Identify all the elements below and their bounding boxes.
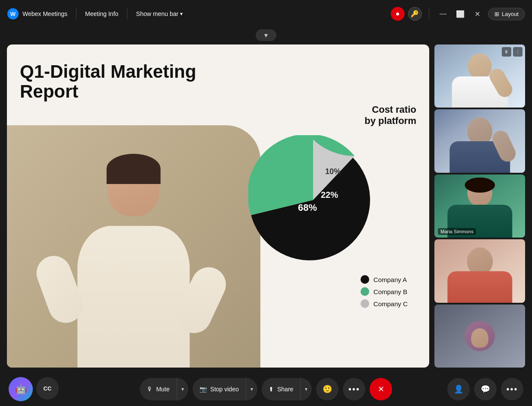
more-options-button[interactable]: ••• <box>343 378 365 400</box>
app-title: Webex Meetings <box>22 10 67 17</box>
topbar-left: W Webex Meetings Meeting Info Show menu … <box>7 8 183 20</box>
participants-button[interactable]: 👤 <box>447 378 470 400</box>
legend-item-company-b: Company B <box>361 287 408 296</box>
svg-text:W: W <box>10 11 16 17</box>
meeting-info-button[interactable]: Meeting Info <box>85 10 118 17</box>
participant-tile-3[interactable]: Maria Simmons <box>434 174 525 238</box>
chevron-down-icon: ▾ <box>180 11 183 17</box>
minimize-button[interactable]: — <box>436 7 450 21</box>
chart-legend: Company A Company B Company C <box>361 275 408 308</box>
tile-2-content <box>434 109 525 172</box>
mute-split-button: 🎙 Mute ▾ <box>140 378 188 400</box>
layout-button[interactable]: ⊞ Layout <box>488 8 525 20</box>
topbar-divider-2 <box>127 9 127 19</box>
end-call-button[interactable]: ✕ <box>370 378 392 400</box>
mute-icon[interactable]: 🎙 <box>502 47 511 57</box>
close-button[interactable]: ✕ <box>471 7 484 21</box>
segment-label-10: 10% <box>325 167 341 176</box>
legend-dot-company-a <box>361 275 369 284</box>
key-badge: 🔑 <box>408 7 422 21</box>
end-call-icon: ✕ <box>378 384 384 394</box>
mute-dropdown-button[interactable]: ▾ <box>177 378 188 400</box>
slide-right: Cost ratioby platform 68% 22% <box>197 44 429 368</box>
share-split-button: ⬆ Share ▾ <box>262 378 312 400</box>
slide-content: Q1-Digital Marketing Report <box>7 44 429 368</box>
chat-button[interactable]: 💬 <box>474 378 497 400</box>
chevron-down-icon: ▾ <box>264 31 268 39</box>
layout-icon: ⊞ <box>494 11 499 17</box>
segment-label-68: 68% <box>298 202 317 213</box>
microphone-icon: 🎙 <box>147 386 153 393</box>
captions-button[interactable]: CC <box>36 377 59 400</box>
topbar-right: ● 🔑 — ⬜ ✕ ⊞ Layout <box>391 7 525 21</box>
legend-item-company-a: Company A <box>361 275 408 284</box>
reactions-button[interactable]: 🙂 <box>316 378 339 400</box>
pie-chart: 68% 22% 10% <box>248 135 378 265</box>
participant-name-3: Maria Simmons <box>438 228 476 235</box>
share-dropdown-button[interactable]: ▾ <box>300 378 312 400</box>
recording-badge: ● <box>391 7 405 21</box>
video-icon: 📷 <box>200 386 207 393</box>
toolbar-center: 🎙 Mute ▾ 📷 Stop video ▾ ⬆ Share ▾ 🙂 <box>140 378 393 400</box>
bottom-toolbar: 🤖 CC 🎙 Mute ▾ 📷 Stop video ▾ ⬆ <box>0 368 532 406</box>
participant-tile-5[interactable] <box>434 304 525 368</box>
chat-icon: 💬 <box>481 384 490 394</box>
webex-logo: W Webex Meetings <box>7 8 67 20</box>
segment-label-22: 22% <box>321 190 338 200</box>
stop-video-split-button: 📷 Stop video ▾ <box>193 378 257 400</box>
captions-icon: CC <box>44 385 52 392</box>
dropdown-pill[interactable]: ▾ <box>256 29 276 41</box>
mute-button[interactable]: 🎙 Mute <box>140 378 177 400</box>
more-icon[interactable]: ⋮ <box>513 47 522 57</box>
participant-tile-2[interactable] <box>434 109 525 172</box>
participants-icon: 👤 <box>454 384 463 394</box>
more-icon: ••• <box>348 384 360 394</box>
slide-title: Q1-Digital Marketing Report <box>20 62 226 102</box>
topbar-divider-3 <box>429 9 429 19</box>
video-dropdown-button[interactable]: ▾ <box>246 378 257 400</box>
participant-tile-4[interactable] <box>434 239 525 302</box>
toolbar-left: 🤖 CC <box>9 377 59 401</box>
chart-title: Cost ratioby platform <box>364 104 416 127</box>
more-right-button[interactable]: ••• <box>501 378 523 400</box>
participant-panel: 🎙 ⋮ Maria Simmon <box>434 44 525 368</box>
toolbar-right: 👤 💬 ••• <box>447 378 523 400</box>
legend-dot-company-b <box>361 287 369 296</box>
share-icon: ⬆ <box>269 386 274 393</box>
participant-tile-1[interactable]: 🎙 ⋮ <box>434 44 525 108</box>
reactions-icon: 🙂 <box>323 384 332 394</box>
webex-logo-icon: W <box>7 8 19 20</box>
ai-icon: 🤖 <box>15 384 27 395</box>
legend-item-company-c: Company C <box>361 299 408 308</box>
key-icon: 🔑 <box>411 10 419 18</box>
presentation-slide: Q1-Digital Marketing Report <box>7 44 429 368</box>
share-button[interactable]: ⬆ Share <box>262 378 300 400</box>
tile-4-content <box>434 239 525 302</box>
more-right-icon: ••• <box>506 384 518 394</box>
pie-chart-svg: 68% 22% 10% <box>248 135 378 265</box>
tile-1-icons: 🎙 ⋮ <box>502 47 522 57</box>
stop-video-button[interactable]: 📷 Stop video <box>193 378 246 400</box>
ai-assistant-button[interactable]: 🤖 <box>9 377 33 401</box>
dropdown-bar: ▾ <box>0 28 532 44</box>
show-menu-bar-button[interactable]: Show menu bar ▾ <box>136 10 183 17</box>
tile-5-content <box>434 304 525 368</box>
main-area: Q1-Digital Marketing Report <box>0 44 532 368</box>
topbar: W Webex Meetings Meeting Info Show menu … <box>0 0 532 28</box>
legend-dot-company-c <box>361 299 369 308</box>
topbar-divider-1 <box>76 9 76 19</box>
maximize-button[interactable]: ⬜ <box>453 7 467 21</box>
